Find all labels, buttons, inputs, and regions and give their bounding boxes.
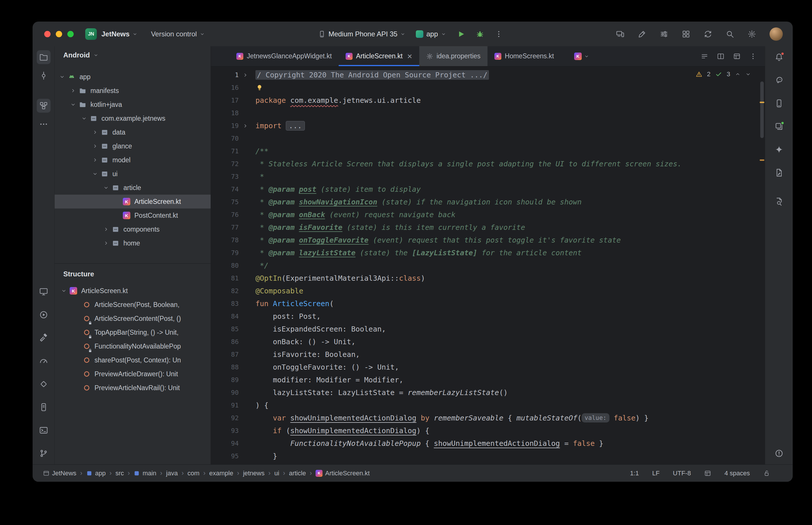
- warnings-count[interactable]: 2: [707, 71, 711, 78]
- line-number[interactable]: 84: [211, 310, 239, 323]
- previous-problem-icon[interactable]: [735, 71, 741, 77]
- code-line[interactable]: 85 isExpandedScreen: Boolean,: [211, 323, 765, 335]
- indent-widget[interactable]: 4 spaces: [724, 469, 750, 477]
- code-line[interactable]: 83fun ArticleScreen(: [211, 297, 765, 310]
- structure-item[interactable]: TopAppBar(String, () -> Unit,: [55, 326, 211, 339]
- structure-button[interactable]: [37, 99, 50, 112]
- more-horizontal-button[interactable]: [37, 117, 50, 131]
- line-number[interactable]: 16: [211, 81, 239, 94]
- tree-chevron[interactable]: [90, 139, 100, 153]
- line-number[interactable]: 73: [211, 170, 239, 183]
- line-number[interactable]: 78: [211, 234, 239, 246]
- close-window-button[interactable]: [44, 31, 50, 37]
- line-number[interactable]: 76: [211, 209, 239, 221]
- line-number[interactable]: 95: [211, 450, 239, 463]
- tree-chevron[interactable]: [101, 222, 111, 236]
- line-number[interactable]: 92: [211, 412, 239, 424]
- warning-stripe-mark[interactable]: [760, 160, 764, 161]
- editor-tab[interactable]: KJetnewsGlanceAppWidget.kt: [230, 46, 339, 66]
- notifications-button[interactable]: [772, 50, 786, 64]
- project-tree-item[interactable]: components: [55, 222, 211, 236]
- structure-item[interactable]: sharePost(Post, Context): Un: [55, 353, 211, 367]
- run-config-selector[interactable]: app: [416, 30, 446, 38]
- editor-scrollbar[interactable]: [760, 81, 764, 138]
- project-tree-item[interactable]: model: [55, 153, 211, 167]
- breadcrumb-item[interactable]: com: [188, 469, 200, 477]
- caret-position-widget[interactable]: 1:1: [630, 469, 639, 477]
- project-tree-item[interactable]: manifests: [55, 84, 211, 97]
- encoding-widget[interactable]: UTF-8: [673, 469, 691, 477]
- close-icon[interactable]: ×: [407, 52, 412, 61]
- passed-count[interactable]: 3: [727, 71, 730, 78]
- breadcrumb-item[interactable]: example: [209, 469, 233, 477]
- maximize-window-button[interactable]: [67, 31, 74, 37]
- edit-pencil-icon[interactable]: [638, 30, 646, 39]
- line-number[interactable]: 85: [211, 323, 239, 335]
- gradle-button[interactable]: [772, 73, 786, 87]
- layout-icon[interactable]: [704, 470, 711, 477]
- line-number[interactable]: 87: [211, 348, 239, 361]
- project-tree-item[interactable]: app: [55, 70, 211, 84]
- breadcrumb-item[interactable]: jetnews: [243, 469, 265, 477]
- code-line[interactable]: 92 var showUnimplementedActionDialog by …: [211, 412, 765, 424]
- code-line[interactable]: 78 * @param onToggleFavorite (event) req…: [211, 234, 765, 246]
- line-number[interactable]: 72: [211, 158, 239, 170]
- run-button[interactable]: [457, 30, 465, 39]
- line-number[interactable]: 79: [211, 246, 239, 259]
- project-tree-item[interactable]: com.example.jetnews: [55, 111, 211, 125]
- tree-chevron[interactable]: [90, 167, 100, 181]
- project-tree-item[interactable]: KArticleScreen.kt: [55, 195, 211, 209]
- git-branch-button[interactable]: [37, 447, 50, 460]
- breadcrumb-item[interactable]: ui: [274, 469, 279, 477]
- tree-chevron[interactable]: [68, 97, 78, 111]
- project-tree-item[interactable]: kotlin+java: [55, 97, 211, 111]
- more-options-icon[interactable]: [749, 52, 757, 60]
- tree-chevron[interactable]: [101, 181, 111, 195]
- problems-button[interactable]: [772, 447, 786, 460]
- commit-button[interactable]: [37, 69, 50, 82]
- code-line[interactable]: 73 *: [211, 170, 765, 183]
- fold-indicator[interactable]: [239, 69, 252, 81]
- tree-chevron[interactable]: [90, 153, 100, 167]
- project-tree-item[interactable]: home: [55, 236, 211, 250]
- code-line[interactable]: 74 * @param post (state) item to display: [211, 183, 765, 196]
- code-line[interactable]: 79 * @param lazyListState (state) the [L…: [211, 246, 765, 259]
- tree-chevron[interactable]: [57, 70, 67, 84]
- line-number[interactable]: 91: [211, 399, 239, 412]
- tree-chevron[interactable]: [90, 125, 100, 139]
- bulb-icon[interactable]: [255, 84, 264, 92]
- gear-icon[interactable]: [748, 30, 756, 39]
- line-number[interactable]: 1: [211, 69, 239, 81]
- breadcrumb-item[interactable]: main: [133, 469, 156, 477]
- structure-item[interactable]: PreviewArticleDrawer(): Unit: [55, 367, 211, 381]
- code-line[interactable]: 88 onToggleFavorite: () -> Unit,: [211, 361, 765, 374]
- plugins-icon[interactable]: [682, 30, 690, 39]
- device-selector[interactable]: Medium Phone API 35: [318, 30, 406, 38]
- line-number[interactable]: 75: [211, 196, 239, 209]
- line-number[interactable]: 74: [211, 183, 239, 196]
- find-document-button[interactable]: [772, 195, 786, 209]
- next-problem-icon[interactable]: [745, 71, 751, 77]
- search-icon[interactable]: [726, 30, 734, 39]
- project-selector[interactable]: JetNews: [101, 30, 137, 38]
- project-view-selector[interactable]: Android: [55, 46, 211, 64]
- line-number[interactable]: 70: [211, 132, 239, 145]
- warning-icon[interactable]: [696, 71, 703, 78]
- structure-item[interactable]: ArticleScreen(Post, Boolean,: [55, 298, 211, 312]
- device-mirroring-icon[interactable]: [616, 30, 624, 39]
- code-editor[interactable]: 1/ Copyright 2020 The Android Open Sourc…: [211, 66, 765, 464]
- device-explorer-button[interactable]: [37, 400, 50, 414]
- line-number[interactable]: 89: [211, 374, 239, 386]
- lock-open-icon[interactable]: [763, 470, 770, 477]
- code-line[interactable]: 81@OptIn(ExperimentalMaterial3Api::class…: [211, 272, 765, 285]
- terminal-button[interactable]: [37, 423, 50, 437]
- project-tree-item[interactable]: ui: [55, 167, 211, 181]
- vcs-widget[interactable]: Version control: [151, 30, 205, 38]
- code-line[interactable]: 93 if (showUnimplementedActionDialog) {: [211, 424, 765, 437]
- line-number[interactable]: 81: [211, 272, 239, 285]
- line-number[interactable]: 93: [211, 424, 239, 437]
- structure-item[interactable]: FunctionalityNotAvailablePop: [55, 339, 211, 353]
- line-number[interactable]: 80: [211, 259, 239, 272]
- project-tree-item[interactable]: KPostContent.kt: [55, 209, 211, 222]
- structure-item[interactable]: ArticleScreenContent(Post, (): [55, 312, 211, 326]
